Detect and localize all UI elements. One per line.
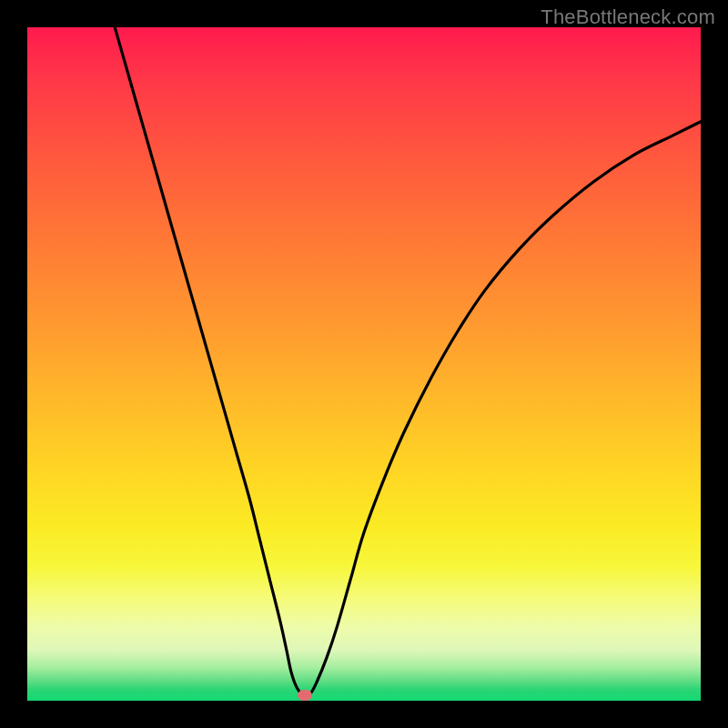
watermark-text: TheBottleneck.com — [541, 5, 715, 29]
plot-area — [27, 27, 701, 701]
chart-canvas: TheBottleneck.com — [0, 0, 728, 728]
bottleneck-curve — [27, 27, 701, 701]
optimal-point-marker — [298, 690, 312, 701]
